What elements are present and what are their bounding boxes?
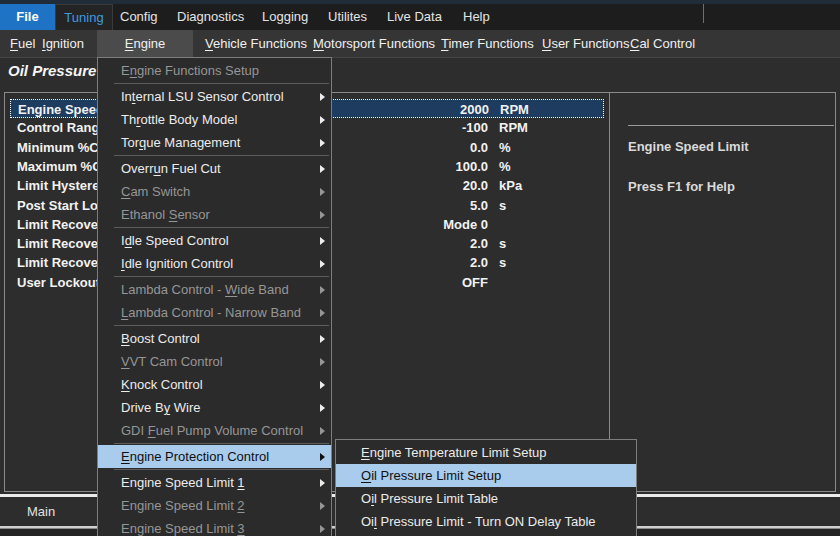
menu-vehicle-functions[interactable]: Vehicle Functions	[205, 30, 307, 57]
menu-item-engine-temperature-limit-setup[interactable]: Engine Temperature Limit Setup	[336, 441, 636, 464]
menu-item-label: Oil Pressure Limit Setup	[361, 468, 501, 483]
submenu-arrow-icon	[320, 139, 325, 147]
menu-separator	[114, 325, 329, 326]
parameter-unit: s	[499, 255, 506, 270]
menu-item-label: Oil Pressure Limit Table	[361, 491, 498, 506]
menu-item-label: Engine Functions Setup	[121, 63, 259, 78]
menu-item-vvt-cam-control[interactable]: VVT Cam Control	[98, 350, 331, 373]
menu-item-oil-pressure-limit-table[interactable]: Oil Pressure Limit Table	[336, 487, 636, 510]
submenu-arrow-icon	[320, 427, 325, 435]
submenu-arrow-icon	[320, 188, 325, 196]
submenu-arrow-icon	[320, 502, 325, 510]
menu-separator	[114, 443, 329, 444]
submenu-arrow-icon	[320, 116, 325, 124]
menu-item-label: Ethanol Sensor	[121, 207, 210, 222]
parameter-unit: %	[499, 159, 511, 174]
menu-item-engine-speed-limit-2[interactable]: Engine Speed Limit 2	[98, 494, 331, 517]
menu-item-idle-ignition-control[interactable]: Idle Ignition Control	[98, 252, 331, 275]
menu-item-boost-control[interactable]: Boost Control	[98, 327, 331, 350]
menu-item-label: Ignition	[42, 36, 84, 51]
menu-item-label: Cal Control	[630, 36, 695, 51]
help-separator	[628, 125, 834, 126]
menu-separator	[114, 83, 329, 84]
menu-item-label: Cam Switch	[121, 184, 190, 199]
menu-item-label: Lambda Control - Narrow Band	[121, 305, 301, 320]
menubar-separator	[703, 4, 704, 23]
menu-item-gdi-fuel-pump-volume-control[interactable]: GDI Fuel Pump Volume Control	[98, 419, 331, 442]
parameter-unit: RPM	[500, 102, 529, 117]
menu-diagnostics[interactable]: Diagnostics	[177, 4, 244, 30]
menu-item-label: Engine Temperature Limit Setup	[361, 445, 546, 460]
menu-item-torque-management[interactable]: Torque Management	[98, 131, 331, 154]
menu-item-lambda-control-wide-band[interactable]: Lambda Control - Wide Band	[98, 278, 331, 301]
menu-cal-control[interactable]: Cal Control	[630, 30, 695, 57]
menu-item-engine-protection-control[interactable]: Engine Protection Control	[98, 445, 331, 468]
menu-item-label: Knock Control	[121, 377, 203, 392]
menu-item-label: User Functions	[542, 36, 629, 51]
submenu-arrow-icon	[320, 525, 325, 533]
menu-file[interactable]: File	[0, 4, 55, 30]
menu-item-internal-lsu-sensor-control[interactable]: Internal LSU Sensor Control	[98, 85, 331, 108]
menu-config[interactable]: Config	[120, 4, 158, 30]
submenu-arrow-icon	[320, 479, 325, 487]
menu-item-idle-speed-control[interactable]: Idle Speed Control	[98, 229, 331, 252]
menu-engine-functions[interactable]: Engine Functions	[97, 30, 193, 57]
menu-item-cam-switch[interactable]: Cam Switch	[98, 180, 331, 203]
menu-user-functions[interactable]: User Functions	[542, 30, 629, 57]
menu-ignition[interactable]: Ignition	[42, 30, 84, 57]
menu-item-engine-functions-setup[interactable]: Engine Functions Setup	[98, 59, 331, 82]
menu-item-label: Idle Speed Control	[121, 233, 229, 248]
menu-motorsport-functions[interactable]: Motorsport Functions	[313, 30, 435, 57]
menu-item-label: Vehicle Functions	[205, 36, 307, 51]
menu-item-overrun-fuel-cut[interactable]: Overrun Fuel Cut	[98, 157, 331, 180]
menu-item-throttle-body-model[interactable]: Throttle Body Model	[98, 108, 331, 131]
menu-item-label: Engine Speed Limit 3	[121, 521, 245, 536]
menu-item-drive-by-wire[interactable]: Drive By Wire	[98, 396, 331, 419]
submenu-arrow-icon	[320, 404, 325, 412]
page-title: Oil Pressure L	[8, 62, 110, 79]
submenu-arrow-icon	[320, 93, 325, 101]
menu-item-label: Throttle Body Model	[121, 112, 237, 127]
menu-separator	[114, 227, 329, 228]
top-menubar: File Tuning Config Diagnostics Logging U…	[0, 4, 840, 30]
parameter-unit: RPM	[499, 120, 528, 135]
menu-item-label: VVT Cam Control	[121, 354, 223, 369]
menu-item-label: Lambda Control - Wide Band	[121, 282, 289, 297]
menu-utilites[interactable]: Utilites	[328, 4, 367, 30]
parameter-unit: %	[499, 140, 511, 155]
menu-timer-functions[interactable]: Timer Functions	[441, 30, 534, 57]
parameter-unit: s	[499, 198, 506, 213]
help-title: Engine Speed Limit	[628, 139, 749, 154]
menu-item-label: Timer Functions	[441, 36, 534, 51]
menu-item-lambda-control-narrow-band[interactable]: Lambda Control - Narrow Band	[98, 301, 331, 324]
menu-item-oil-pressure-limit-setup[interactable]: Oil Pressure Limit Setup	[336, 464, 636, 487]
submenu-arrow-icon	[320, 165, 325, 173]
menu-item-label: Overrun Fuel Cut	[121, 161, 221, 176]
menu-logging[interactable]: Logging	[262, 4, 308, 30]
menu-item-engine-speed-limit-3[interactable]: Engine Speed Limit 3	[98, 517, 331, 536]
menu-fuel[interactable]: Fuel	[10, 30, 35, 57]
menu-item-oil-pressure-limit-turn-on-delay-table[interactable]: Oil Pressure Limit - Turn ON Delay Table	[336, 510, 636, 533]
menu-item-engine-speed-limit-1[interactable]: Engine Speed Limit 1	[98, 471, 331, 494]
menu-tuning[interactable]: Tuning	[55, 4, 113, 30]
menu-item-label: GDI Fuel Pump Volume Control	[121, 423, 303, 438]
submenu-arrow-icon	[320, 309, 325, 317]
parameter-unit: kPa	[499, 178, 522, 193]
menu-separator	[114, 276, 329, 277]
menu-item-label: Engine Speed Limit 1	[121, 475, 245, 490]
menu-item-label: Drive By Wire	[121, 400, 200, 415]
menu-item-knock-control[interactable]: Knock Control	[98, 373, 331, 396]
submenu-arrow-icon	[320, 286, 325, 294]
menu-live-data[interactable]: Live Data	[387, 4, 442, 30]
menu-item-label: Engine Protection Control	[121, 449, 269, 464]
engine-functions-menu: Engine Functions SetupInternal LSU Senso…	[97, 57, 332, 536]
submenu-arrow-icon	[320, 237, 325, 245]
submenu-arrow-icon	[320, 381, 325, 389]
app-window: File Tuning Config Diagnostics Logging U…	[0, 0, 840, 536]
menu-item-ethanol-sensor[interactable]: Ethanol Sensor	[98, 203, 331, 226]
menu-item-label: Fuel	[10, 36, 35, 51]
tab-main[interactable]: Main	[27, 497, 55, 526]
menu-help[interactable]: Help	[463, 4, 490, 30]
parameter-unit: s	[499, 236, 506, 251]
submenu-arrow-icon	[320, 358, 325, 366]
